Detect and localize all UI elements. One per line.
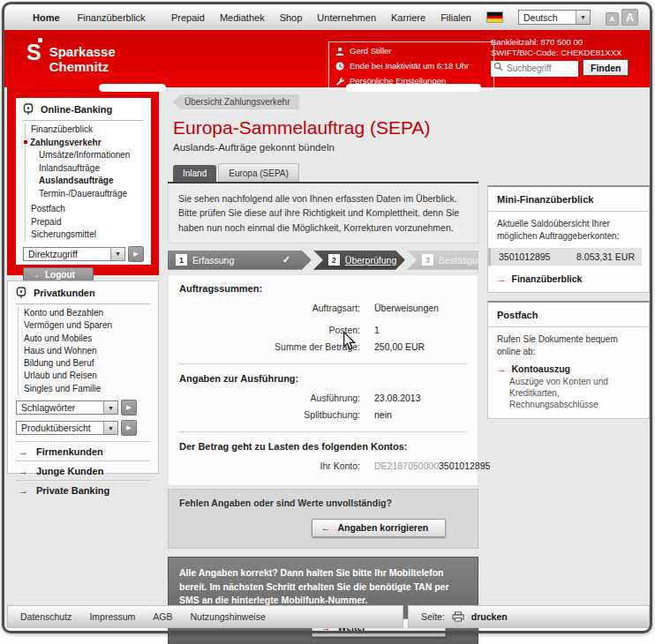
correct-entries-button[interactable]: ← Angaben korrigieren	[312, 519, 446, 537]
session-info-box: Gerd Stiller Ende bei Inaktivität um 6:1…	[328, 41, 494, 90]
postfach-box: Postfach Rufen Sie Dokumente bequem onli…	[487, 301, 650, 419]
footer-nutzungshinweise[interactable]: Nutzungshinweise	[191, 611, 266, 622]
footer-agb[interactable]: AGB	[153, 611, 172, 622]
step-ueberpruefung[interactable]: 2 Überprüfung	[313, 251, 405, 270]
search-button[interactable]: Finden	[583, 59, 629, 76]
sidebar-item-firmenkunden[interactable]: → Firmenkunden	[16, 441, 150, 461]
sidebar-item-singles[interactable]: Singles und Familie	[24, 383, 150, 395]
search-input[interactable]	[491, 61, 578, 77]
header-notch-left	[99, 84, 166, 92]
brand-city: Chemnitz	[49, 59, 116, 74]
field-value: 250,00 EUR	[374, 341, 425, 354]
arrow-right-icon: →	[19, 485, 28, 496]
produktuebersicht-select[interactable]: Produktübersicht ▼	[16, 421, 118, 435]
chevron-down-icon[interactable]: ▼	[103, 401, 117, 414]
nav-mediathek[interactable]: Mediathek	[220, 12, 265, 23]
chevron-down-icon[interactable]: ▼	[576, 11, 590, 24]
sidebar-item-private-banking[interactable]: → Private Banking	[16, 480, 150, 499]
top-navigation: Home Finanzüberblick Prepaid Mediathek S…	[4, 4, 651, 30]
kontoauszug-subtext: Auszüge von Konten und Kreditkarten, Rec…	[488, 376, 649, 418]
sidebar-item-vermoegen[interactable]: Vermögen und Sparen	[24, 319, 150, 332]
lock-icon	[16, 287, 26, 299]
kontoauszug-link[interactable]: → Kontoauszug	[488, 357, 649, 376]
nav-shop[interactable]: Shop	[280, 12, 303, 23]
produktuebersicht-go-button[interactable]: ▶	[121, 420, 137, 436]
schlagwoerter-go-button[interactable]: ▶	[121, 400, 137, 416]
sidebar-item-bildung[interactable]: Bildung und Beruf	[24, 357, 150, 370]
nav-prepaid[interactable]: Prepaid	[171, 12, 205, 23]
nav-finanzueberblick[interactable]: Finanzüberblick	[78, 12, 146, 23]
divider	[179, 363, 467, 364]
field-value: nein	[374, 408, 392, 422]
wrench-icon	[335, 77, 344, 86]
sidebar-item-terminauftraege[interactable]: Termin-/Daueraufträge	[31, 188, 144, 201]
sidebar-item-finanzueberblick[interactable]: Finanzüberblick	[31, 124, 144, 137]
field-label: Ihr Konto:	[179, 460, 360, 473]
sidebar-item-sicherungsmittel[interactable]: Sicherungsmittel	[31, 228, 144, 242]
correction-box: Fehlen Angaben oder sind Werte unvollstä…	[168, 489, 478, 549]
content-panel: Sie sehen nachfolgend alle von Ihnen erf…	[168, 182, 478, 644]
arrow-right-icon: →	[19, 446, 28, 457]
bank-code-line: Bankleitzahl: 870 500 00	[491, 37, 621, 48]
main-content: Übersicht Zahlungsverkehr Europa-Sammela…	[168, 93, 478, 644]
sidebar-item-prepaid[interactable]: Prepaid	[31, 216, 144, 229]
direktzugriff-select[interactable]: Direktzugriff ▼	[23, 247, 125, 261]
nav-home[interactable]: Home	[33, 12, 60, 23]
field-label: Auftragsart:	[179, 302, 360, 315]
account-balance-row[interactable]: 3501012895 8.053,31 EUR	[488, 248, 642, 266]
arrow-right-icon: →	[19, 466, 28, 476]
tab-europa-sepa[interactable]: Europa (SEPA)	[218, 163, 299, 182]
brand-name: Sparkasse	[49, 44, 116, 59]
sidebar-item-haus[interactable]: Haus und Wohnen	[24, 345, 150, 357]
language-select[interactable]: Deutsch ▼	[518, 10, 591, 25]
page-title: Europa-Sammelauftrag (SEPA)	[173, 117, 478, 139]
chevron-down-icon[interactable]: ▼	[103, 422, 117, 434]
sidebar-item-konto-bezahlen[interactable]: Konto und Bezahlen	[24, 307, 150, 319]
sidebar-item-auto[interactable]: Auto und Mobiles	[24, 333, 150, 345]
field-value: 1	[374, 324, 380, 337]
finanzueberblick-link[interactable]: → Finanzüberblick	[488, 272, 649, 292]
german-flag-icon	[486, 11, 503, 23]
font-size-increase-icon[interactable]: A	[621, 9, 638, 26]
chevron-down-icon[interactable]: ▼	[110, 248, 124, 260]
mini-finanz-title: Mini-Finanzüberblick	[488, 187, 649, 212]
font-size-decrease-icon[interactable]: A	[606, 12, 619, 26]
page-label: Seite:	[421, 611, 445, 622]
sidebar-item-zahlungsverkehr[interactable]: Zahlungsverkehr	[31, 137, 144, 150]
logged-in-user[interactable]: Gerd Stiller	[350, 46, 392, 56]
browser-page: Home Finanzüberblick Prepaid Mediathek S…	[0, 0, 655, 644]
footer-impressum[interactable]: Impressum	[89, 611, 135, 622]
confirmation-text: Alle Angaben korrekt? Dann halten Sie bi…	[179, 566, 467, 608]
content-tabs: Inland Europa (SEPA)	[173, 163, 478, 182]
debit-account-title: Der Betrag geht zu Lasten des folgenden …	[179, 441, 467, 452]
personal-settings-link[interactable]: Persönliche Einstellungen	[350, 76, 446, 86]
schlagwoerter-select[interactable]: Schlagwörter ▼	[16, 401, 118, 415]
field-label: Ausführung:	[179, 392, 360, 405]
print-link[interactable]: drucken	[471, 611, 508, 622]
session-timeout: Ende bei Inaktivität um 6:18 Uhr	[350, 61, 469, 71]
sidebar-item-junge-kunden[interactable]: → Junge Kunden	[16, 461, 150, 480]
account-balance: 8.053,31 EUR	[576, 251, 635, 262]
site-search: Finden	[491, 59, 629, 77]
direktzugriff-go-button[interactable]: ▶	[128, 246, 144, 262]
sidebar-item-umsaetze[interactable]: Umsätze/Informationen	[31, 149, 144, 162]
sidebar-item-inlandsauftraege[interactable]: Inlandsaufträge	[31, 162, 144, 176]
active-bullet-icon	[24, 140, 27, 144]
summary-title: Auftragssummen:	[179, 283, 467, 294]
mini-finanz-description: Aktuelle Saldoübersicht Ihrer möglichen …	[488, 212, 649, 242]
breadcrumb[interactable]: Übersicht Zahlungsverkehr	[173, 94, 299, 109]
sidebar-item-postfach[interactable]: Postfach	[31, 203, 144, 216]
confirmation-box: Alle Angaben korrekt? Dann halten Sie bi…	[168, 557, 478, 644]
tab-inland[interactable]: Inland	[173, 165, 216, 182]
field-value: Überweisungen	[374, 302, 439, 315]
step-erfassung[interactable]: 1 Erfassung ✓	[168, 251, 312, 270]
sidebar-item-urlaub[interactable]: Urlaub und Reisen	[24, 370, 150, 382]
postfach-title: Postfach	[488, 303, 649, 327]
sidebar-item-auslandsauftraege[interactable]: Auslandsaufträge	[31, 175, 144, 188]
footer-datenschutz[interactable]: Datenschutz	[20, 611, 72, 622]
nav-karriere[interactable]: Karriere	[391, 12, 425, 23]
nav-unternehmen[interactable]: Unternehmen	[317, 12, 376, 23]
step-bestaetigung: 3 Bestätigung	[407, 251, 478, 270]
field-label: Splitbuchung:	[179, 408, 360, 422]
nav-filialen[interactable]: Filialen	[440, 12, 471, 23]
